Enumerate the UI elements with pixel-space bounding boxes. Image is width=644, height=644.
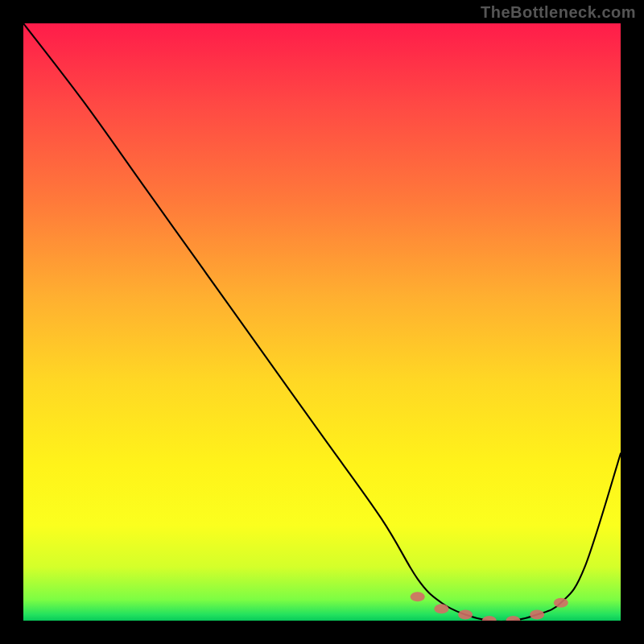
- curve-layer: [23, 23, 621, 621]
- marker-dot: [554, 598, 568, 608]
- marker-dot: [411, 592, 425, 601]
- watermark-text: TheBottleneck.com: [481, 3, 636, 22]
- marker-dot: [506, 616, 520, 621]
- chart-stage: TheBottleneck.com: [0, 0, 644, 644]
- bottleneck-curve: [23, 23, 621, 621]
- plot-area: [23, 23, 621, 621]
- marker-dot: [458, 610, 473, 620]
- marker-dot: [530, 610, 544, 620]
- marker-dot: [434, 604, 448, 613]
- marker-dot: [482, 616, 497, 621]
